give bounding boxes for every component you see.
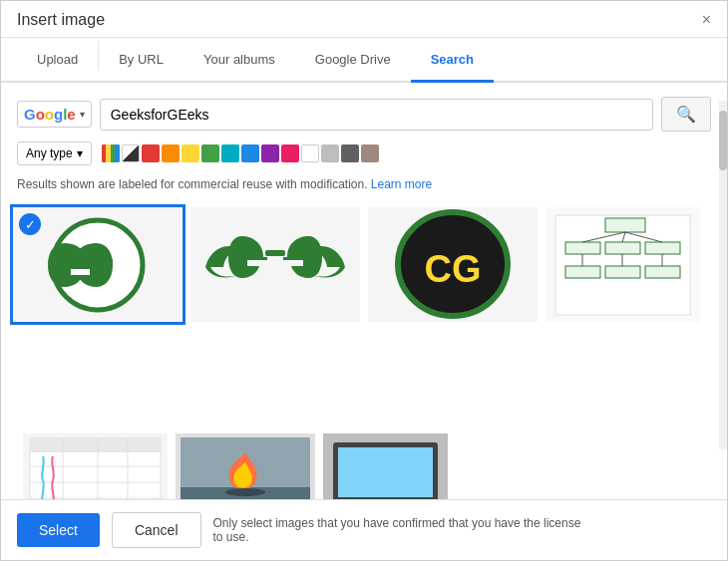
dialog-header: Insert image ×: [1, 1, 727, 38]
swatch-dark-gray[interactable]: [341, 144, 359, 162]
image-item-1[interactable]: ✓: [13, 207, 182, 322]
svg-rect-21: [30, 438, 161, 452]
swatch-red[interactable]: [142, 144, 160, 162]
close-button[interactable]: ×: [702, 11, 711, 29]
search-input[interactable]: [100, 99, 653, 131]
swatch-blue[interactable]: [241, 144, 259, 162]
selected-check-icon: ✓: [19, 213, 41, 235]
swatch-tan[interactable]: [361, 144, 379, 162]
color-swatches: [102, 144, 379, 162]
svg-point-30: [225, 488, 265, 496]
tab-upload[interactable]: Upload: [17, 38, 98, 81]
dialog-footer: Select Cancel Only select images that yo…: [1, 499, 727, 560]
google-chevron-icon: ▾: [80, 109, 85, 120]
search-bar: Google ▾ 🔍: [1, 83, 727, 141]
learn-more-link[interactable]: Learn more: [371, 177, 432, 191]
scrollbar-thumb[interactable]: [719, 111, 727, 170]
swatch-teal[interactable]: [221, 144, 239, 162]
swatch-green[interactable]: [201, 144, 219, 162]
svg-text:CG: CG: [425, 248, 482, 290]
tab-by-url[interactable]: By URL: [99, 38, 183, 81]
tab-your-albums[interactable]: Your albums: [183, 38, 295, 81]
image-grid: ✓: [1, 199, 727, 438]
image-item-2[interactable]: [190, 207, 360, 322]
svg-rect-8: [565, 242, 600, 254]
type-filter-chevron: ▾: [77, 146, 83, 160]
svg-rect-10: [645, 242, 680, 254]
swatch-light-gray[interactable]: [321, 144, 339, 162]
svg-rect-12: [605, 266, 640, 278]
select-button[interactable]: Select: [17, 513, 100, 547]
swatch-white[interactable]: [301, 144, 319, 162]
svg-rect-13: [645, 266, 680, 278]
swatch-pink[interactable]: [281, 144, 299, 162]
type-filter-button[interactable]: Any type ▾: [17, 141, 92, 165]
scrollbar-track[interactable]: [719, 101, 727, 449]
tab-bar: Upload By URL Your albums Google Drive S…: [1, 38, 727, 83]
google-text: Google: [24, 106, 76, 123]
image-item-3[interactable]: CG: [368, 207, 538, 322]
cancel-button[interactable]: Cancel: [112, 512, 201, 548]
svg-rect-9: [605, 242, 640, 254]
tab-search[interactable]: Search: [411, 38, 494, 81]
svg-rect-7: [605, 218, 645, 232]
image-item-4[interactable]: [546, 207, 700, 322]
svg-rect-32: [338, 447, 433, 497]
svg-rect-2: [265, 250, 285, 256]
filter-bar: Any type ▾: [1, 141, 727, 173]
dialog-title: Insert image: [17, 11, 105, 29]
license-notice: Results shown are labeled for commercial…: [1, 173, 727, 199]
swatch-yellow[interactable]: [182, 144, 199, 162]
type-filter-label: Any type: [26, 146, 73, 160]
svg-rect-1: [83, 259, 113, 267]
footer-notice: Only select images that you have confirm…: [213, 516, 592, 544]
google-logo-dropdown[interactable]: Google ▾: [17, 101, 92, 128]
swatch-full-color[interactable]: [102, 144, 120, 162]
svg-rect-11: [565, 266, 600, 278]
tab-google-drive[interactable]: Google Drive: [295, 38, 411, 81]
search-button[interactable]: 🔍: [661, 97, 711, 132]
swatch-purple[interactable]: [261, 144, 279, 162]
search-icon: 🔍: [676, 106, 696, 123]
swatch-orange[interactable]: [162, 144, 180, 162]
swatch-black-white[interactable]: [122, 144, 140, 162]
